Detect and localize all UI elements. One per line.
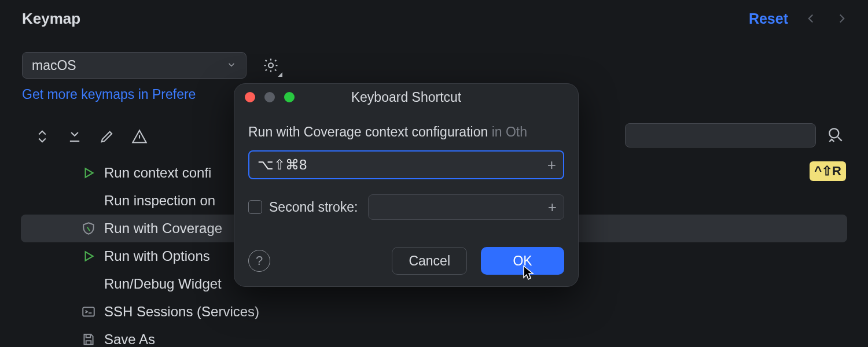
help-button[interactable]: ? <box>248 250 270 272</box>
tree-row-label: Run with Coverage <box>104 220 222 237</box>
play-icon <box>81 165 96 180</box>
blank-icon <box>81 193 96 208</box>
second-stroke-label: Second stroke: <box>269 200 358 215</box>
chevron-down-icon <box>226 58 237 73</box>
edit-icon[interactable] <box>98 128 116 145</box>
first-stroke-input[interactable]: ⌥⇧⌘8 + <box>248 150 564 179</box>
gear-icon[interactable] <box>260 55 281 76</box>
collapse-icon[interactable] <box>66 128 83 145</box>
keymap-select[interactable]: macOS <box>22 52 247 79</box>
play-icon <box>81 249 96 264</box>
tree-row[interactable]: Save As <box>21 326 847 347</box>
window-close-icon[interactable] <box>245 92 255 102</box>
window-maximize-icon[interactable] <box>284 92 295 102</box>
keymap-select-value: macOS <box>32 58 76 73</box>
back-button[interactable] <box>802 10 819 27</box>
find-action-icon[interactable] <box>826 125 845 144</box>
tree-row-label: SSH Sessions (Services) <box>104 304 259 320</box>
second-stroke-checkbox[interactable] <box>248 200 262 214</box>
svg-point-1 <box>829 128 838 138</box>
action-name: Run with Coverage context configuration <box>248 124 488 139</box>
tree-row-label: Run context confi <box>104 165 211 181</box>
window-minimize-icon[interactable] <box>264 92 275 102</box>
svg-point-0 <box>269 63 273 68</box>
expand-collapse-icon[interactable] <box>34 128 51 145</box>
tree-row-label: Run with Options <box>104 248 210 264</box>
blank-icon <box>81 276 96 291</box>
save-icon <box>81 332 96 347</box>
svg-rect-2 <box>83 307 94 316</box>
tree-row-label: Run inspection on <box>104 193 215 209</box>
search-input[interactable] <box>625 123 816 147</box>
reset-button[interactable]: Reset <box>749 10 788 27</box>
tree-row[interactable]: SSH Sessions (Services) <box>21 298 847 326</box>
shortcut-value: ⌥⇧⌘8 <box>258 157 307 173</box>
dialog-title: Keyboard Shortcut <box>351 90 462 105</box>
cursor-icon <box>522 265 535 283</box>
shield-icon <box>81 221 96 236</box>
keyboard-shortcut-dialog: Keyboard Shortcut Run with Coverage cont… <box>234 83 579 287</box>
tree-row-label: Run/Debug Widget <box>104 276 222 292</box>
action-path: Run with Coverage context configuration … <box>248 124 564 140</box>
terminal-icon <box>81 304 96 319</box>
plus-icon[interactable]: + <box>548 198 557 216</box>
shortcut-badge: ^⇧R <box>810 161 846 181</box>
page-title: Keymap <box>22 10 80 28</box>
forward-button[interactable] <box>833 10 851 27</box>
warning-icon[interactable] <box>131 128 148 145</box>
second-stroke-input[interactable]: + <box>368 194 564 220</box>
plus-icon[interactable]: + <box>547 156 556 174</box>
action-path-suffix: in Oth <box>492 124 527 139</box>
cancel-button[interactable]: Cancel <box>392 247 467 275</box>
tree-row-label: Save As <box>104 331 155 347</box>
